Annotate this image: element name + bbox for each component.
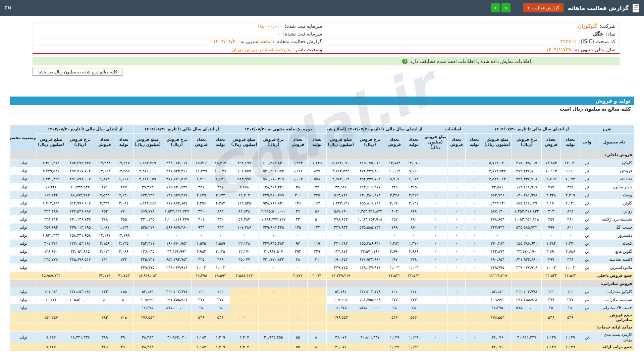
table-cell: [37, 304, 65, 312]
table-cell: ۱۴,۰۷۰: [561, 159, 580, 167]
table-cell: ۴,۸۷۸: [230, 183, 259, 191]
product-name-cell: چسب ZF: [594, 223, 634, 231]
group-header-cell: اصلاحات: [423, 125, 483, 134]
table-cell: ۳۶۲,۴۰۲,۷۷۸: [512, 288, 542, 296]
table-cell: ۰: [385, 231, 404, 239]
table-cell: ۳۷۷: [211, 296, 230, 304]
status-cell: تولید: [10, 288, 37, 296]
table-cell: ۰: [288, 263, 308, 272]
table-cell: ۰: [308, 312, 327, 323]
table-cell: ۵۴۶: [561, 312, 580, 323]
table-cell: ۲,۵۸۸,۶۶۳: [230, 272, 259, 280]
section-label-cell: فروش صادراتی:: [594, 280, 634, 288]
table-cell: [385, 151, 404, 159]
info-label: سال مالی منتهی به:: [573, 47, 615, 53]
note-box-row: کلیه مبالغ درج شده به میلیون ریال می باش…: [33, 68, 620, 76]
table-cell: [327, 151, 355, 159]
table-cell: ۳۳,۵۷۰,۱۹۰: [355, 247, 385, 255]
table-cell: [288, 323, 308, 331]
table-cell: ۲۴۹,۷۷۵: [327, 263, 355, 272]
table-cell: ۱,۲۰۹: [211, 331, 230, 343]
table-cell: ۴۹,۴۶۴: [133, 183, 162, 191]
table-cell: ۴,۰۱۴: [95, 247, 114, 255]
header-cell: تعداد تولید: [466, 134, 483, 151]
table-cell: ۶۰۱,۹۵۴,۸۲۱: [259, 159, 288, 167]
product-name-cell: دکستروز: [594, 231, 634, 239]
report-type-dropdown[interactable]: گزارش فعالیت ▾: [523, 3, 564, 12]
table-cell: [259, 272, 288, 280]
table-cell: [37, 151, 65, 159]
table-cell: [448, 272, 466, 280]
amounts-note-row: کلیه مبالغ به میلیون ریال است: [10, 105, 634, 113]
table-cell: ۰: [259, 231, 288, 239]
table-cell: ۸۲۸: [404, 207, 423, 215]
table-cell: ۴۷۱,۷۷۱,۵۶۹: [162, 175, 192, 183]
table-cell: [114, 263, 133, 272]
table-cell: ۶۸۲: [95, 312, 114, 323]
table-cell: ۷۲,۱۱۶: [95, 272, 114, 280]
header-cell: مبلغ فروش (میلیون ریال): [423, 134, 448, 151]
previous-report-button[interactable]: ‹: [491, 3, 500, 12]
table-cell: ۴۸: [288, 255, 308, 263]
table-row: چسب ZFتن۸۲۰۷۹۹۵۳۵,۵۸۵,۷۳۲۴۲۷,۹۳۳۰۰۰۸۲۰۷۹…: [10, 223, 634, 231]
unit-cell: [580, 272, 594, 280]
next-report-button[interactable]: ›: [501, 3, 511, 12]
table-cell: [466, 151, 483, 159]
table-cell: [10, 151, 37, 159]
table-cell: ۳,۷۶۴,۵۴۲: [327, 167, 355, 175]
table-cell: ۵۴۶: [211, 312, 230, 323]
table-cell: ۱۴۴: [561, 288, 580, 296]
info-icon: i: [402, 59, 408, 64]
table-cell: ۱۰۹,۹۹۲: [327, 296, 355, 304]
table-cell: [288, 151, 308, 159]
table-cell: ۶,۷۱۱: [192, 175, 211, 183]
table-cell: ۳۴۵: [192, 255, 211, 263]
table-cell: ۰: [327, 231, 355, 239]
table-cell: ۰: [404, 231, 423, 239]
table-cell: ۳۳۰: [211, 215, 230, 223]
language-toggle[interactable]: EN: [5, 5, 11, 10]
table-cell: [192, 323, 211, 331]
status-cell: تولید: [10, 199, 37, 207]
status-cell: تولید: [10, 167, 37, 175]
table-cell: ۰: [448, 331, 466, 343]
unit-cell: تن: [580, 231, 594, 239]
table-cell: [259, 323, 288, 331]
company-info: شرکت:گلوکوزاننماد:غگلکد صنعت (ISIC):۴۲۲۲…: [33, 22, 620, 54]
table-cell: ۴۲۷: [192, 183, 211, 191]
table-cell: ۰: [423, 183, 448, 191]
table-cell: ۰: [466, 288, 483, 296]
table-cell: ۵۶۴,۷۲۶: [483, 191, 512, 199]
table-cell: ۰: [192, 231, 211, 239]
table-cell: ۸۲۸: [561, 207, 580, 215]
table-cell: [448, 151, 466, 159]
info-label: سرمایه ثبت نشده:: [283, 31, 322, 37]
table-cell: ۴۶,۰۷۶: [327, 331, 355, 343]
table-cell: ۴۶,۰۷۶: [327, 343, 355, 351]
table-cell: ۰: [466, 304, 483, 312]
table-cell: ۶۰۶,۵۵۹: [230, 167, 259, 175]
report-dropdown-label: گزارش فعالیت: [532, 5, 559, 10]
table-row: مالتودکسترینتن۱,۰۰۳۱,۰۰۳۲۴۹,۰۲۷,۹۱۶۲۴۹,۷…: [10, 263, 634, 272]
header-cell: نرخ فروش (ریال): [512, 134, 542, 151]
table-cell: ۱۵,۴۱۹: [211, 159, 230, 167]
table-cell: ۱۶,۳۲۶: [37, 183, 65, 191]
product-name-cell: اکسید نشاسته: [594, 255, 634, 263]
table-row: گلوتنتن۲,۱۲۱۲,۱۷۰۶۵۵,۸۱۶,۱۲۹۱,۴۲۳,۱۲۱۰۰۰…: [10, 199, 634, 207]
table-cell: ۷۷۰: [114, 207, 133, 215]
table-cell: ۷۹۹: [542, 223, 561, 231]
table-cell: [355, 151, 385, 159]
table-cell: ۲۷۷: [114, 183, 133, 191]
table-row: جمع درآمد ارائه۱,۱۲۹۱,۱۲۹۴۶,۰۷۶۱,۱۲۹۱,۱۲…: [10, 343, 634, 351]
table-cell: ۰: [448, 304, 466, 312]
table-cell: ۵۱۲,۹۹۶,۱۰۷: [65, 199, 95, 207]
section-label-cell: درآمد ارائه خدمات:: [594, 323, 634, 331]
table-cell: ۰: [448, 183, 466, 191]
table-cell: [114, 304, 133, 312]
table-cell: ۰: [65, 263, 95, 272]
table-cell: ۲۸۰: [561, 215, 580, 223]
table-cell: ۲۹۱,۷۵۵,۹۶۸: [512, 296, 542, 304]
product-name-cell: کارمزد بسته بندي روغن: [594, 331, 634, 343]
table-cell: [580, 151, 594, 159]
table-cell: ۰: [133, 231, 162, 239]
